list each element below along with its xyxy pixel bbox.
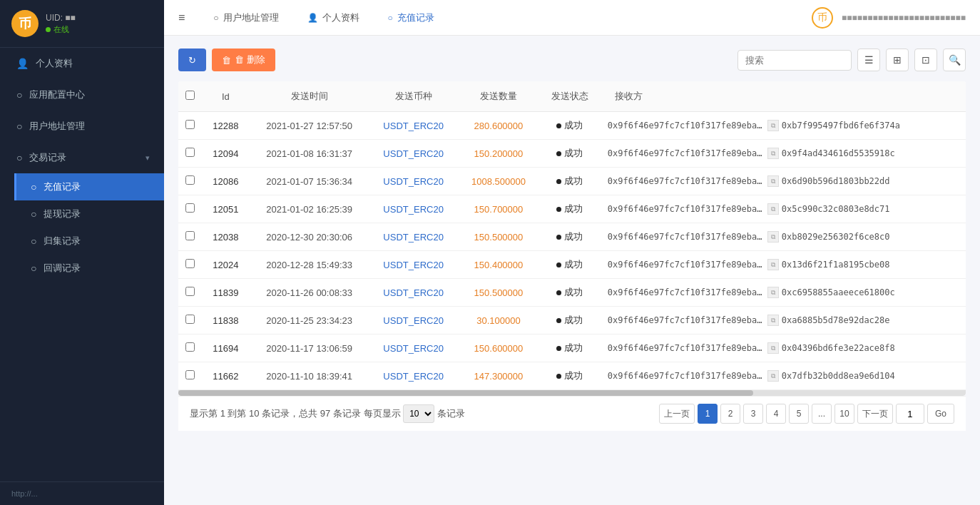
from-address: 0x9f6f46e97fc7cf10f317fe89eba75a752570 (608, 121, 765, 131)
tab-personal[interactable]: 👤 个人资料 (302, 9, 365, 27)
sidebar-item-personal[interactable]: 👤 个人资料 (0, 48, 164, 79)
cell-coin[interactable]: USDT_ERC20 (369, 140, 457, 168)
topbar-coin-icon: 币 (812, 7, 833, 29)
sidebar-item-callback-label: 回调记录 (44, 262, 81, 275)
table-row: 11838 2020-11-25 23:34:23 USDT_ERC20 30.… (178, 307, 966, 335)
page-10-button[interactable]: 10 (834, 404, 854, 424)
horizontal-scrollbar[interactable] (178, 390, 966, 396)
cell-status: 成功 (539, 112, 601, 140)
to-address: 0x04396bd6fe3e22ace8f8 (782, 343, 895, 353)
go-button[interactable]: Go (927, 404, 954, 424)
cell-coin[interactable]: USDT_ERC20 (369, 362, 457, 390)
copy-icon[interactable]: ⧉ (767, 120, 779, 131)
row-checkbox[interactable] (185, 342, 195, 352)
grid-view-button[interactable]: ⊞ (886, 49, 909, 71)
cell-coin[interactable]: USDT_ERC20 (369, 112, 457, 140)
page-3-button[interactable]: 3 (743, 404, 763, 424)
search-input[interactable] (737, 50, 852, 71)
table-row: 11694 2020-11-17 13:06:59 USDT_ERC20 150… (178, 335, 966, 362)
cell-id: 12086 (202, 168, 250, 195)
cell-time: 2020-11-25 23:34:23 (250, 307, 369, 335)
table-row: 12086 2021-01-07 15:36:34 USDT_ERC20 100… (178, 168, 966, 195)
cell-receiver: 0x9f6f46e97fc7cf10f317fe89eba75a752570 ⧉… (601, 112, 966, 140)
cell-time: 2020-11-26 00:08:33 (250, 279, 369, 307)
tab-personal-label: 个人资料 (322, 11, 359, 24)
prev-page-button[interactable]: 上一页 (659, 404, 695, 424)
sidebar-item-collect-label: 归集记录 (44, 235, 81, 248)
copy-icon[interactable]: ⧉ (767, 231, 779, 243)
sidebar-item-trade-label: 交易记录 (29, 151, 66, 164)
pagination-info: 显示第 1 到第 10 条记录，总共 97 条记录 每页显示 10 20 50 … (190, 404, 465, 423)
tab-user-addr[interactable]: ○ 用户地址管理 (208, 9, 284, 27)
sidebar-item-user-addr[interactable]: ○ 用户地址管理 (0, 111, 164, 142)
cell-coin[interactable]: USDT_ERC20 (369, 279, 457, 307)
sidebar-item-withdraw[interactable]: ○ 提现记录 (14, 200, 164, 228)
sidebar-item-recharge[interactable]: ○ 充值记录 (14, 173, 164, 200)
row-checkbox[interactable] (185, 175, 195, 185)
sidebar-item-trade-record[interactable]: ○ 交易记录 ▾ (0, 142, 164, 173)
copy-icon[interactable]: ⧉ (767, 287, 779, 298)
circle-icon-1: ○ (16, 89, 22, 101)
cell-id: 11839 (202, 279, 250, 307)
per-page-select[interactable]: 10 20 50 (403, 404, 434, 423)
cell-amount: 1008.500000 (458, 168, 539, 195)
online-badge: 在线 (46, 24, 76, 35)
status-dot (556, 374, 561, 379)
cell-coin[interactable]: USDT_ERC20 (369, 195, 457, 223)
row-checkbox[interactable] (185, 370, 195, 379)
next-page-button[interactable]: 下一页 (857, 404, 893, 424)
cell-coin[interactable]: USDT_ERC20 (369, 168, 457, 195)
delete-button[interactable]: 🗑 🗑 删除 (212, 49, 275, 71)
status-dot (556, 179, 561, 184)
copy-icon[interactable]: ⧉ (767, 203, 779, 215)
row-checkbox[interactable] (185, 148, 195, 157)
settings-view-button[interactable]: ⊡ (914, 49, 937, 71)
status-dot (556, 151, 561, 156)
hamburger-icon[interactable]: ≡ (178, 11, 185, 24)
copy-icon[interactable]: ⧉ (767, 342, 779, 354)
sidebar-item-app-config[interactable]: ○ 应用配置中心 (0, 79, 164, 111)
cell-amount: 150.400000 (458, 251, 539, 279)
row-checkbox-cell (178, 223, 202, 251)
copy-icon[interactable]: ⧉ (767, 370, 779, 382)
sidebar-item-collect[interactable]: ○ 归集记录 (14, 228, 164, 255)
row-checkbox[interactable] (185, 120, 195, 129)
circle-icon-6: ○ (31, 235, 36, 247)
page-2-button[interactable]: 2 (720, 404, 740, 424)
select-all-checkbox[interactable] (185, 91, 195, 100)
topbar-menu: ≡ ○ 用户地址管理 👤 个人资料 ○ 充值记录 (178, 9, 812, 27)
copy-icon[interactable]: ⧉ (767, 315, 779, 326)
row-checkbox[interactable] (185, 231, 195, 240)
row-checkbox[interactable] (185, 203, 195, 213)
scroll-thumb[interactable] (178, 390, 753, 396)
row-checkbox[interactable] (185, 315, 195, 324)
copy-icon[interactable]: ⧉ (767, 175, 779, 187)
table-view-button[interactable]: ☰ (857, 49, 880, 71)
page-1-button[interactable]: 1 (698, 404, 718, 424)
cell-coin[interactable]: USDT_ERC20 (369, 251, 457, 279)
refresh-button[interactable]: ↻ (178, 49, 206, 71)
to-address: 0xb7f995497fbd6fe6f374a (782, 121, 900, 131)
cell-coin[interactable]: USDT_ERC20 (369, 335, 457, 362)
copy-icon[interactable]: ⧉ (767, 259, 779, 270)
cell-coin[interactable]: USDT_ERC20 (369, 223, 457, 251)
from-address: 0x9f6f46e97fc7cf10f317fe89eba75a7525709 (608, 287, 765, 297)
cell-status: 成功 (539, 195, 601, 223)
tab-recharge[interactable]: ○ 充值记录 (382, 9, 440, 27)
cell-coin[interactable]: USDT_ERC20 (369, 307, 457, 335)
circle-icon-3: ○ (16, 152, 22, 163)
page-4-button[interactable]: 4 (766, 404, 786, 424)
to-address: 0x5c990c32c0803e8dc71 (782, 204, 890, 214)
row-checkbox[interactable] (185, 259, 195, 268)
refresh-icon: ↻ (188, 55, 196, 66)
row-checkbox[interactable] (185, 287, 195, 296)
page-5-button[interactable]: 5 (789, 404, 809, 424)
sidebar-navigation: 👤 个人资料 ○ 应用配置中心 ○ 用户地址管理 ○ 交易记录 ▾ ○ 充值记录… (0, 48, 164, 481)
cell-amount: 150.500000 (458, 223, 539, 251)
copy-icon[interactable]: ⧉ (767, 148, 779, 159)
cell-time: 2021-01-07 15:36:34 (250, 168, 369, 195)
sidebar-item-callback[interactable]: ○ 回调记录 (14, 255, 164, 282)
cell-receiver: 0x9f6f46e97fc7cf10f317fe89eba75a7525709 … (601, 279, 966, 307)
search-button[interactable]: 🔍 (943, 49, 966, 71)
page-jump-input[interactable] (896, 404, 924, 424)
